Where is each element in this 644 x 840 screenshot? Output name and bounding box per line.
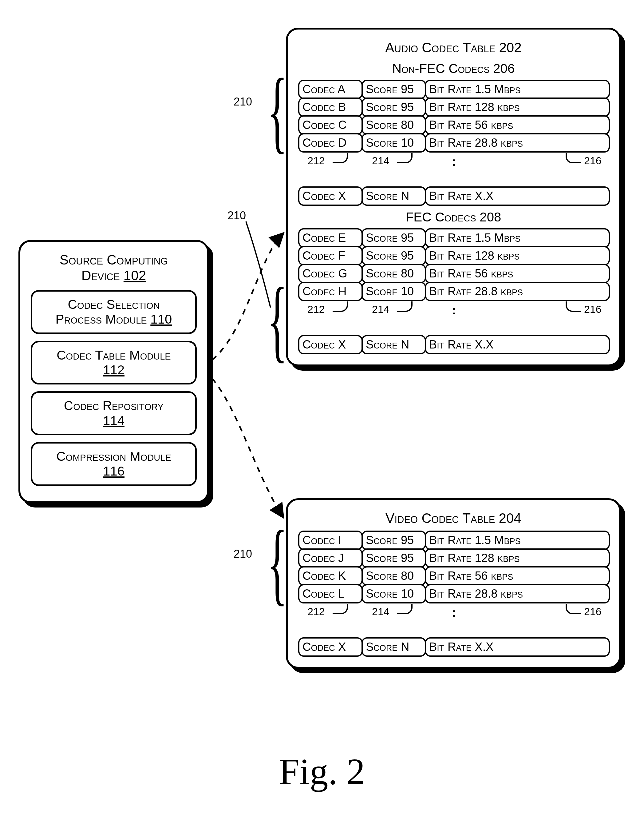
codec-cell: Codec F	[298, 246, 363, 265]
module-label: Compression Module	[56, 449, 171, 463]
audio-codec-table-title: Audio Codec Table 202	[296, 40, 611, 56]
ref-212: 212	[307, 606, 325, 618]
brace-icon: {	[268, 274, 288, 366]
bitrate-cell: Bit Rate X.X	[425, 186, 610, 206]
source-device-panel: Source Computing Device 102 Codec Select…	[18, 240, 209, 503]
audio-codec-table-panel: Audio Codec Table 202 Non-FEC Codecs 206…	[286, 28, 621, 366]
source-device-title: Source Computing Device 102	[29, 252, 199, 283]
score-cell: Score 95	[361, 228, 426, 248]
score-cell: Score 80	[361, 566, 426, 586]
score-cell: Score 95	[361, 97, 426, 117]
bitrate-cell: Bit Rate X.X	[425, 335, 610, 354]
non-fec-placeholder: Codec XScore NBit Rate X.X	[298, 186, 609, 206]
bitrate-cell: Bit Rate 28.8 kbps	[425, 584, 610, 603]
ref-214: 214	[372, 155, 389, 167]
table-row: Codec KScore 80Bit Rate 56 kbps	[298, 566, 609, 586]
ref-216: 216	[584, 606, 601, 618]
codec-cell: Codec E	[298, 228, 363, 248]
table-row: Codec BScore 95Bit Rate 128 kbps	[298, 97, 609, 117]
bitrate-cell: Bit Rate 56 kbps	[425, 566, 610, 586]
vertical-ellipsis-icon: :	[452, 303, 457, 317]
codec-cell: Codec C	[298, 115, 363, 135]
module-ref: 112	[103, 362, 125, 377]
table-row: Codec AScore 95Bit Rate 1.5 Mbps	[298, 80, 609, 99]
fec-heading: FEC Codecs 208	[296, 210, 611, 224]
diagram-canvas: Source Computing Device 102 Codec Select…	[12, 18, 632, 822]
bitrate-cell: Bit Rate 28.8 kbps	[425, 133, 610, 153]
table-row: Codec EScore 95Bit Rate 1.5 Mbps	[298, 228, 609, 248]
score-cell: Score N	[361, 637, 426, 657]
non-fec-heading: Non-FEC Codecs 206	[296, 61, 611, 76]
figure-caption: Fig. 2	[12, 751, 632, 793]
video-codec-table-title: Video Codec Table 204	[296, 511, 611, 526]
codec-cell: Codec X	[298, 335, 363, 354]
score-cell: Score 80	[361, 264, 426, 283]
bitrate-cell: Bit Rate 28.8 kbps	[425, 282, 610, 301]
fec-rows: Codec EScore 95Bit Rate 1.5 Mbps Codec F…	[298, 228, 609, 301]
ref-216: 216	[584, 303, 601, 315]
score-cell: Score 10	[361, 133, 426, 153]
column-refs: 212 214 216 :	[298, 303, 609, 318]
bitrate-cell: Bit Rate 1.5 Mbps	[425, 530, 610, 550]
table-row: Codec CScore 80Bit Rate 56 kbps	[298, 115, 609, 135]
table-row: Codec HScore 10Bit Rate 28.8 kbps	[298, 282, 609, 301]
codec-cell: Codec L	[298, 584, 363, 603]
bitrate-cell: Bit Rate 56 kbps	[425, 264, 610, 283]
codec-cell: Codec X	[298, 186, 363, 206]
codec-cell: Codec X	[298, 637, 363, 657]
bitrate-cell: Bit Rate 128 kbps	[425, 246, 610, 265]
codec-cell: Codec H	[298, 282, 363, 301]
score-cell: Score 95	[361, 246, 426, 265]
codec-table-module: Codec Table Module 112	[31, 341, 197, 385]
score-cell: Score N	[361, 186, 426, 206]
table-row: Codec XScore NBit Rate X.X	[298, 637, 609, 657]
ref-214: 214	[372, 606, 389, 618]
score-cell: Score 10	[361, 584, 426, 603]
score-cell: Score 10	[361, 282, 426, 301]
score-cell: Score N	[361, 335, 426, 354]
codec-repository-module: Codec Repository 114	[31, 391, 197, 435]
ref-214: 214	[372, 303, 389, 315]
bitrate-cell: Bit Rate X.X	[425, 637, 610, 657]
fec-placeholder: Codec XScore NBit Rate X.X	[298, 335, 609, 354]
codec-cell: Codec K	[298, 566, 363, 586]
module-label: Codec Repository	[64, 398, 164, 413]
vertical-ellipsis-icon: :	[452, 155, 457, 168]
table-row: Codec FScore 95Bit Rate 128 kbps	[298, 246, 609, 265]
bitrate-cell: Bit Rate 56 kbps	[425, 115, 610, 135]
table-row: Codec JScore 95Bit Rate 128 kbps	[298, 548, 609, 568]
table-row: Codec DScore 10Bit Rate 28.8 kbps	[298, 133, 609, 153]
codec-cell: Codec A	[298, 80, 363, 99]
bitrate-cell: Bit Rate 1.5 Mbps	[425, 80, 610, 99]
score-cell: Score 80	[361, 115, 426, 135]
bitrate-cell: Bit Rate 128 kbps	[425, 548, 610, 568]
table-row: Codec IScore 95Bit Rate 1.5 Mbps	[298, 530, 609, 550]
non-fec-rows: Codec AScore 95Bit Rate 1.5 Mbps Codec B…	[298, 80, 609, 153]
ref-212: 212	[307, 155, 325, 167]
codec-selection-module: Codec Selection Process Module 110	[31, 290, 197, 334]
source-device-ref: 102	[123, 268, 146, 283]
score-cell: Score 95	[361, 530, 426, 550]
video-codec-table-panel: Video Codec Table 204 Codec IScore 95Bit…	[286, 498, 621, 669]
title-line-2: Device	[82, 268, 120, 283]
column-refs: 212 214 216 :	[298, 606, 609, 620]
brace-icon: {	[268, 517, 288, 609]
brace-icon: {	[268, 64, 288, 157]
module-label: Process Module	[56, 312, 147, 326]
table-row: Codec LScore 10Bit Rate 28.8 kbps	[298, 584, 609, 603]
table-row: Codec XScore NBit Rate X.X	[298, 335, 609, 354]
codec-cell: Codec D	[298, 133, 363, 153]
codec-cell: Codec I	[298, 530, 363, 550]
vertical-ellipsis-icon: :	[452, 606, 457, 619]
ref-210: 210	[233, 547, 252, 560]
compression-module: Compression Module 116	[31, 442, 197, 486]
table-row: Codec XScore NBit Rate X.X	[298, 186, 609, 206]
module-ref: 116	[103, 464, 125, 478]
ref-210: 210	[233, 96, 252, 108]
module-label: Codec Table Module	[57, 348, 171, 362]
title-line-1: Source Computing	[60, 252, 168, 267]
codec-cell: Codec G	[298, 264, 363, 283]
module-ref: 114	[103, 413, 125, 428]
bitrate-cell: Bit Rate 128 kbps	[425, 97, 610, 117]
module-ref: 110	[150, 312, 172, 326]
